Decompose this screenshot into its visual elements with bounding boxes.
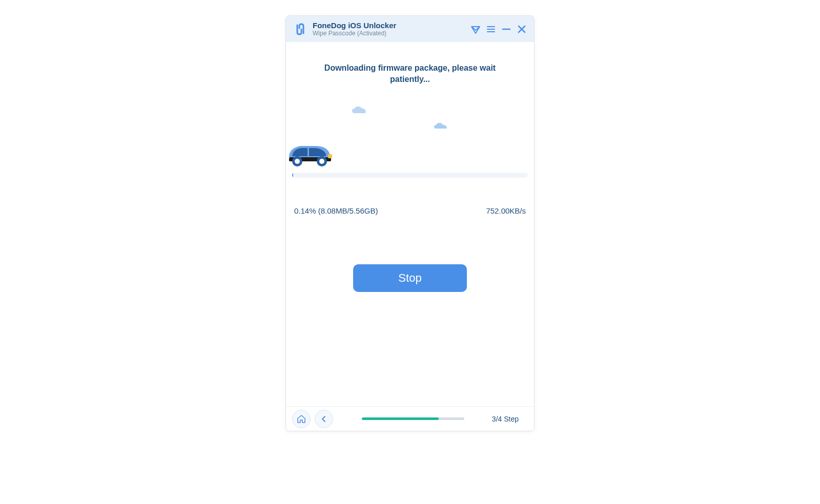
cloud-icon xyxy=(352,106,367,116)
download-progress-bar xyxy=(292,173,528,178)
step-label: 3/4 Step xyxy=(492,415,519,423)
title-text-group: FoneDog iOS Unlocker Wipe Passcode (Acti… xyxy=(313,21,396,37)
svg-point-0 xyxy=(301,28,302,30)
svg-rect-8 xyxy=(308,148,309,156)
footer: 3/4 Step xyxy=(286,406,534,431)
car-icon xyxy=(286,137,336,169)
titlebar-left: FoneDog iOS Unlocker Wipe Passcode (Acti… xyxy=(293,21,396,37)
menu-icon[interactable] xyxy=(486,24,496,34)
download-info: 0.14% (8.08MB/5.56GB) 752.00KB/s xyxy=(294,206,526,215)
app-subtitle: Wipe Passcode (Activated) xyxy=(313,30,396,37)
step-progress-track xyxy=(362,417,464,420)
premium-icon[interactable] xyxy=(470,24,481,34)
download-speed-text: 752.00KB/s xyxy=(486,206,526,215)
app-window: FoneDog iOS Unlocker Wipe Passcode (Acti… xyxy=(285,15,535,431)
minimize-icon[interactable] xyxy=(501,24,511,34)
step-indicator: 3/4 Step xyxy=(346,415,519,423)
close-icon[interactable] xyxy=(517,24,527,34)
cloud-icon xyxy=(434,122,448,132)
step-progress-fill xyxy=(362,417,439,420)
svg-point-13 xyxy=(319,159,324,164)
svg-rect-9 xyxy=(328,154,332,158)
titlebar-controls xyxy=(470,24,527,34)
svg-point-11 xyxy=(295,159,300,164)
back-button[interactable] xyxy=(315,410,333,428)
download-progress-fill xyxy=(292,173,293,178)
app-title: FoneDog iOS Unlocker xyxy=(313,21,396,30)
app-logo-icon xyxy=(293,22,308,36)
titlebar[interactable]: FoneDog iOS Unlocker Wipe Passcode (Acti… xyxy=(286,16,534,42)
status-text: Downloading firmware package, please wai… xyxy=(286,62,534,86)
content-area: Downloading firmware package, please wai… xyxy=(286,42,534,406)
illustration xyxy=(286,96,534,173)
home-button[interactable] xyxy=(292,410,311,428)
stop-button[interactable]: Stop xyxy=(353,264,467,292)
download-progress-text: 0.14% (8.08MB/5.56GB) xyxy=(294,206,378,215)
